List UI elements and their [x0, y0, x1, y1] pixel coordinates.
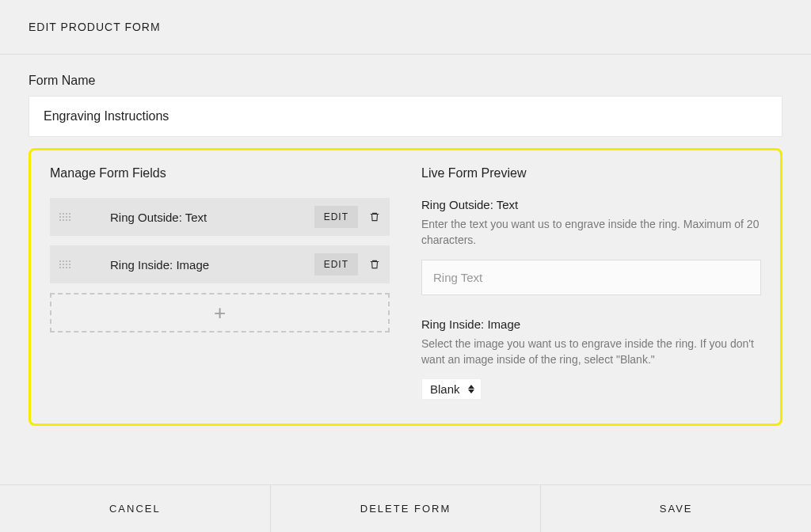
drag-handle-icon[interactable]: [59, 260, 70, 268]
edit-field-button[interactable]: EDIT: [314, 253, 358, 276]
trash-icon[interactable]: [369, 211, 380, 223]
manage-fields-title: Manage Form Fields: [50, 166, 390, 180]
chevron-updown-icon: [468, 385, 474, 393]
cancel-button[interactable]: CANCEL: [0, 485, 271, 532]
preview-field-description: Enter the text you want us to engrave in…: [421, 216, 761, 249]
form-name-label: Form Name: [29, 74, 782, 88]
plus-icon: +: [214, 302, 226, 323]
footer-actions: CANCEL DELETE FORM SAVE: [0, 484, 811, 532]
save-button[interactable]: SAVE: [541, 485, 811, 532]
edit-field-button[interactable]: EDIT: [314, 206, 358, 228]
form-name-input[interactable]: [29, 96, 782, 137]
ring-image-select[interactable]: Blank: [421, 378, 482, 400]
preview-field-label: Ring Inside: Image: [421, 317, 761, 331]
page-title: EDIT PRODUCT FORM: [0, 0, 811, 55]
preview-field-label: Ring Outside: Text: [421, 198, 761, 211]
ring-text-input[interactable]: [421, 260, 761, 295]
preview-field-description: Select the image you want us to engrave …: [421, 336, 761, 368]
trash-icon[interactable]: [369, 258, 380, 271]
field-name-label: Ring Inside: Image: [110, 258, 314, 272]
live-preview-title: Live Form Preview: [421, 166, 761, 180]
drag-handle-icon[interactable]: [59, 213, 70, 221]
field-row[interactable]: Ring Inside: Image EDIT: [50, 245, 390, 283]
highlighted-region: Manage Form Fields Ring Outside: Text ED…: [29, 148, 782, 426]
add-field-button[interactable]: +: [50, 293, 390, 332]
field-row[interactable]: Ring Outside: Text EDIT: [50, 198, 390, 236]
select-value: Blank: [430, 382, 460, 396]
field-name-label: Ring Outside: Text: [110, 211, 314, 224]
delete-form-button[interactable]: DELETE FORM: [271, 485, 542, 532]
